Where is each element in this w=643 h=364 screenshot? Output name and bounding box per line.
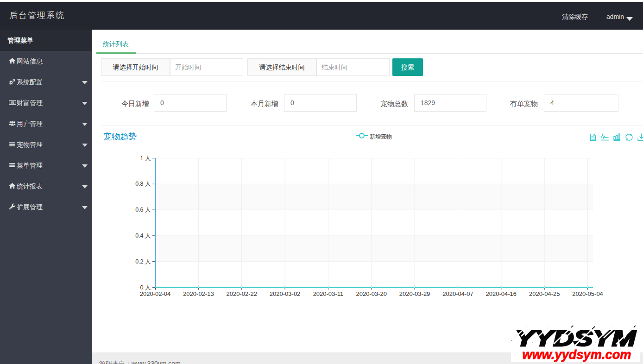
svg-text:1 人: 1 人 [140, 155, 151, 162]
svg-text:2020-03-02: 2020-03-02 [270, 290, 301, 297]
svg-text:2020-05-04: 2020-05-04 [572, 290, 603, 297]
svg-text:2020-03-20: 2020-03-20 [356, 290, 387, 297]
svg-text:2020-03-11: 2020-03-11 [313, 290, 344, 297]
svg-text:0.6 人: 0.6 人 [135, 207, 151, 213]
svg-text:YYDSYM: YYDSYM [515, 326, 636, 351]
svg-text:2020-04-16: 2020-04-16 [486, 290, 517, 297]
svg-text:2020-02-13: 2020-02-13 [183, 290, 214, 297]
svg-text:0 人: 0 人 [140, 284, 151, 291]
svg-text:2020-02-22: 2020-02-22 [226, 290, 257, 297]
svg-text:2020-04-07: 2020-04-07 [442, 290, 473, 297]
svg-text:0.4 人: 0.4 人 [135, 232, 151, 239]
svg-text:2020-02-04: 2020-02-04 [140, 290, 171, 297]
svg-text:2020-04-25: 2020-04-25 [529, 290, 560, 297]
svg-text:2020-03-29: 2020-03-29 [399, 290, 430, 297]
svg-text:0.8 人: 0.8 人 [135, 181, 151, 187]
svg-text:0.2 人: 0.2 人 [135, 258, 151, 265]
svg-text:www.yydsym.com: www.yydsym.com [523, 347, 631, 362]
